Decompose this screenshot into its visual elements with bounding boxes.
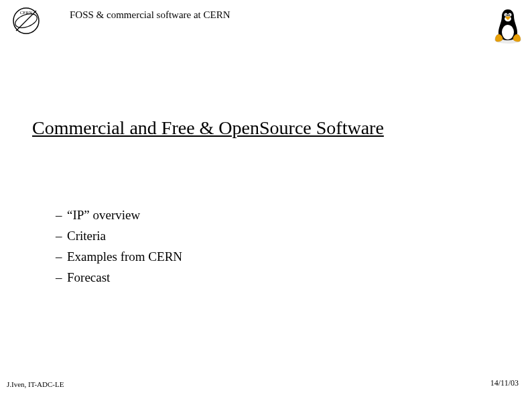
slide-title: Commercial and Free & OpenSource Softwar…: [32, 117, 384, 139]
svg-text:CERN: CERN: [20, 10, 33, 15]
svg-point-9: [506, 15, 507, 16]
svg-point-5: [502, 25, 514, 40]
tux-penguin-icon: [492, 7, 524, 44]
header-title: FOSS & commercial software at CERN: [70, 9, 230, 21]
svg-point-10: [509, 15, 511, 16]
list-item: – Examples from CERN: [54, 249, 182, 264]
bullet-text: Forecast: [67, 270, 110, 285]
list-item: – “IP” overview: [54, 208, 182, 223]
footer-date: 14/11/03: [490, 378, 519, 388]
list-item: – Forecast: [54, 270, 182, 285]
slide-header: CERN FOSS & commercial software at CERN: [0, 7, 532, 47]
bullet-text: Criteria: [67, 229, 106, 243]
bullet-text: “IP” overview: [67, 208, 140, 223]
bullet-dash-icon: –: [54, 229, 67, 243]
bullet-list: – “IP” overview – Criteria – Examples fr…: [54, 208, 182, 291]
footer-author: J.Iven, IT-ADC-LE: [7, 380, 64, 388]
bullet-dash-icon: –: [54, 270, 67, 285]
bullet-text: Examples from CERN: [67, 249, 182, 264]
bullet-dash-icon: –: [54, 208, 67, 223]
list-item: – Criteria: [54, 229, 182, 243]
cern-logo-icon: CERN: [12, 7, 40, 35]
bullet-dash-icon: –: [54, 249, 67, 264]
